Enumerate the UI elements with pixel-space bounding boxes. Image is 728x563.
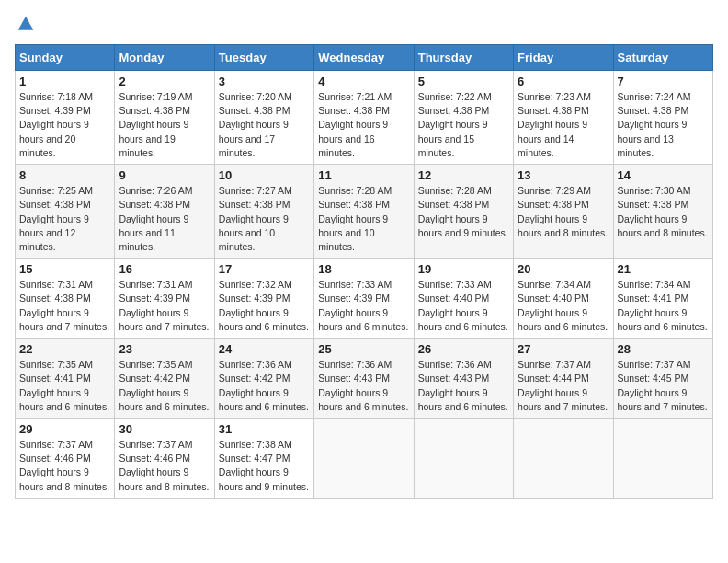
day-number: 22 xyxy=(19,342,110,356)
day-number: 8 xyxy=(19,168,110,182)
day-cell: 26 Sunrise: 7:36 AM Sunset: 4:43 PM Dayl… xyxy=(414,339,513,419)
day-cell: 29 Sunrise: 7:37 AM Sunset: 4:46 PM Dayl… xyxy=(16,418,115,498)
weekday-header-monday: Monday xyxy=(115,45,214,71)
weekday-header-saturday: Saturday xyxy=(613,45,712,71)
day-info: Sunrise: 7:35 AM Sunset: 4:41 PM Dayligh… xyxy=(19,358,110,414)
weekday-header-thursday: Thursday xyxy=(414,45,513,71)
day-number: 30 xyxy=(119,422,210,436)
day-cell: 16 Sunrise: 7:31 AM Sunset: 4:39 PM Dayl… xyxy=(115,259,214,339)
day-cell: 2 Sunrise: 7:19 AM Sunset: 4:38 PM Dayli… xyxy=(115,71,214,165)
day-cell: 10 Sunrise: 7:27 AM Sunset: 4:38 PM Dayl… xyxy=(214,165,313,259)
day-info: Sunrise: 7:36 AM Sunset: 4:43 PM Dayligh… xyxy=(418,358,509,414)
day-cell: 19 Sunrise: 7:33 AM Sunset: 4:40 PM Dayl… xyxy=(414,259,513,339)
day-number: 27 xyxy=(518,342,609,356)
day-cell: 25 Sunrise: 7:36 AM Sunset: 4:43 PM Dayl… xyxy=(314,339,414,419)
week-row-4: 22 Sunrise: 7:35 AM Sunset: 4:41 PM Dayl… xyxy=(16,339,713,419)
weekday-header-sunday: Sunday xyxy=(16,45,115,71)
day-cell: 5 Sunrise: 7:22 AM Sunset: 4:38 PM Dayli… xyxy=(414,71,513,165)
day-cell: 3 Sunrise: 7:20 AM Sunset: 4:38 PM Dayli… xyxy=(214,71,313,165)
day-cell: 28 Sunrise: 7:37 AM Sunset: 4:45 PM Dayl… xyxy=(613,339,712,419)
day-cell: 22 Sunrise: 7:35 AM Sunset: 4:41 PM Dayl… xyxy=(16,339,115,419)
day-number: 31 xyxy=(219,422,310,436)
day-cell: 7 Sunrise: 7:24 AM Sunset: 4:38 PM Dayli… xyxy=(613,71,712,165)
day-info: Sunrise: 7:23 AM Sunset: 4:38 PM Dayligh… xyxy=(518,90,609,160)
day-cell: 13 Sunrise: 7:29 AM Sunset: 4:38 PM Dayl… xyxy=(514,165,613,259)
day-number: 2 xyxy=(119,75,210,88)
day-info: Sunrise: 7:26 AM Sunset: 4:38 PM Dayligh… xyxy=(119,184,210,254)
week-row-1: 1 Sunrise: 7:18 AM Sunset: 4:39 PM Dayli… xyxy=(16,71,713,165)
day-number: 19 xyxy=(418,262,509,276)
logo xyxy=(15,15,35,33)
day-number: 7 xyxy=(618,75,709,88)
day-info: Sunrise: 7:34 AM Sunset: 4:40 PM Dayligh… xyxy=(518,278,609,334)
weekday-header-row: SundayMondayTuesdayWednesdayThursdayFrid… xyxy=(16,45,713,71)
day-info: Sunrise: 7:36 AM Sunset: 4:43 PM Dayligh… xyxy=(318,358,409,414)
day-number: 18 xyxy=(318,262,409,276)
day-number: 29 xyxy=(19,422,110,436)
day-number: 24 xyxy=(219,342,310,356)
day-number: 5 xyxy=(418,75,509,88)
day-number: 1 xyxy=(19,75,110,88)
day-cell: 21 Sunrise: 7:34 AM Sunset: 4:41 PM Dayl… xyxy=(613,259,712,339)
day-cell: 15 Sunrise: 7:31 AM Sunset: 4:38 PM Dayl… xyxy=(16,259,115,339)
page-container: SundayMondayTuesdayWednesdayThursdayFrid… xyxy=(0,0,728,506)
day-number: 13 xyxy=(518,168,609,182)
day-number: 16 xyxy=(119,262,210,276)
weekday-header-wednesday: Wednesday xyxy=(314,45,414,71)
day-cell: 4 Sunrise: 7:21 AM Sunset: 4:38 PM Dayli… xyxy=(314,71,414,165)
day-info: Sunrise: 7:19 AM Sunset: 4:38 PM Dayligh… xyxy=(119,90,210,160)
day-number: 28 xyxy=(618,342,709,356)
day-info: Sunrise: 7:29 AM Sunset: 4:38 PM Dayligh… xyxy=(518,184,609,240)
day-number: 6 xyxy=(518,75,609,88)
day-number: 21 xyxy=(618,262,709,276)
day-info: Sunrise: 7:18 AM Sunset: 4:39 PM Dayligh… xyxy=(19,90,110,160)
day-info: Sunrise: 7:37 AM Sunset: 4:45 PM Dayligh… xyxy=(618,358,709,414)
day-cell xyxy=(314,418,414,498)
day-info: Sunrise: 7:27 AM Sunset: 4:38 PM Dayligh… xyxy=(219,184,310,254)
day-cell: 30 Sunrise: 7:37 AM Sunset: 4:46 PM Dayl… xyxy=(115,418,214,498)
day-number: 15 xyxy=(19,262,110,276)
day-info: Sunrise: 7:25 AM Sunset: 4:38 PM Dayligh… xyxy=(19,184,110,254)
day-cell: 1 Sunrise: 7:18 AM Sunset: 4:39 PM Dayli… xyxy=(16,71,115,165)
day-info: Sunrise: 7:34 AM Sunset: 4:41 PM Dayligh… xyxy=(618,278,709,334)
day-number: 25 xyxy=(318,342,409,356)
day-number: 3 xyxy=(219,75,310,88)
day-cell: 17 Sunrise: 7:32 AM Sunset: 4:39 PM Dayl… xyxy=(214,259,313,339)
day-cell: 31 Sunrise: 7:38 AM Sunset: 4:47 PM Dayl… xyxy=(214,418,313,498)
day-cell: 23 Sunrise: 7:35 AM Sunset: 4:42 PM Dayl… xyxy=(115,339,214,419)
day-info: Sunrise: 7:36 AM Sunset: 4:42 PM Dayligh… xyxy=(219,358,310,414)
day-number: 17 xyxy=(219,262,310,276)
week-row-3: 15 Sunrise: 7:31 AM Sunset: 4:38 PM Dayl… xyxy=(16,259,713,339)
day-info: Sunrise: 7:20 AM Sunset: 4:38 PM Dayligh… xyxy=(219,90,310,160)
day-cell: 12 Sunrise: 7:28 AM Sunset: 4:38 PM Dayl… xyxy=(414,165,513,259)
week-row-2: 8 Sunrise: 7:25 AM Sunset: 4:38 PM Dayli… xyxy=(16,165,713,259)
day-info: Sunrise: 7:35 AM Sunset: 4:42 PM Dayligh… xyxy=(119,358,210,414)
header xyxy=(15,15,713,33)
day-info: Sunrise: 7:22 AM Sunset: 4:38 PM Dayligh… xyxy=(418,90,509,160)
day-cell: 11 Sunrise: 7:28 AM Sunset: 4:38 PM Dayl… xyxy=(314,165,414,259)
day-number: 10 xyxy=(219,168,310,182)
day-info: Sunrise: 7:30 AM Sunset: 4:38 PM Dayligh… xyxy=(618,184,709,240)
day-number: 4 xyxy=(318,75,409,88)
calendar: SundayMondayTuesdayWednesdayThursdayFrid… xyxy=(15,44,713,499)
day-cell xyxy=(613,418,712,498)
day-info: Sunrise: 7:31 AM Sunset: 4:38 PM Dayligh… xyxy=(19,278,110,334)
weekday-header-tuesday: Tuesday xyxy=(214,45,313,71)
day-info: Sunrise: 7:33 AM Sunset: 4:39 PM Dayligh… xyxy=(318,278,409,334)
day-cell: 6 Sunrise: 7:23 AM Sunset: 4:38 PM Dayli… xyxy=(514,71,613,165)
day-number: 12 xyxy=(418,168,509,182)
day-cell: 9 Sunrise: 7:26 AM Sunset: 4:38 PM Dayli… xyxy=(115,165,214,259)
day-cell xyxy=(414,418,513,498)
day-cell: 20 Sunrise: 7:34 AM Sunset: 4:40 PM Dayl… xyxy=(514,259,613,339)
day-number: 14 xyxy=(618,168,709,182)
day-number: 20 xyxy=(518,262,609,276)
day-info: Sunrise: 7:31 AM Sunset: 4:39 PM Dayligh… xyxy=(119,278,210,334)
day-cell: 24 Sunrise: 7:36 AM Sunset: 4:42 PM Dayl… xyxy=(214,339,313,419)
day-cell: 14 Sunrise: 7:30 AM Sunset: 4:38 PM Dayl… xyxy=(613,165,712,259)
day-cell xyxy=(514,418,613,498)
day-number: 23 xyxy=(119,342,210,356)
day-cell: 27 Sunrise: 7:37 AM Sunset: 4:44 PM Dayl… xyxy=(514,339,613,419)
day-info: Sunrise: 7:21 AM Sunset: 4:38 PM Dayligh… xyxy=(318,90,409,160)
logo-icon xyxy=(17,15,35,33)
day-info: Sunrise: 7:28 AM Sunset: 4:38 PM Dayligh… xyxy=(418,184,509,240)
